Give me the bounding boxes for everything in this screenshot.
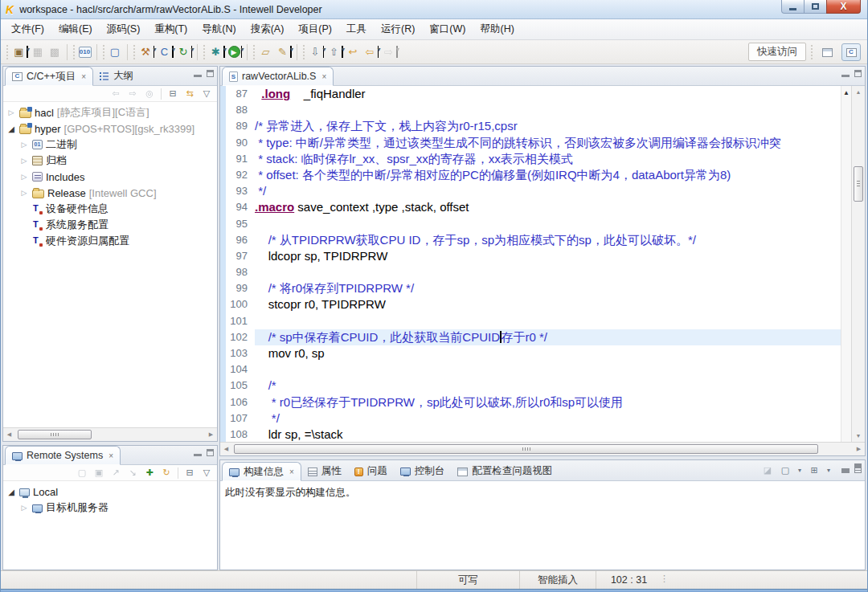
line-number[interactable]: 102 (226, 329, 255, 345)
code-text[interactable]: .long _fiqHandler (255, 86, 841, 102)
line-number[interactable]: 88 (226, 102, 255, 118)
scroll-left-icon[interactable]: ◀ (3, 428, 15, 441)
line-number[interactable]: 92 (226, 167, 255, 183)
remote-tab[interactable]: Remote Systems× (5, 446, 121, 465)
new-connection-icon[interactable]: ✚ (142, 466, 157, 480)
overview-ruler[interactable]: ▲ (841, 86, 851, 442)
scroll-down-icon[interactable]: ▼ (852, 430, 865, 442)
editor-line[interactable]: 88 (226, 102, 841, 118)
editor-line[interactable]: 96 /* 从TPIDRPRW获取CPU ID，存于sp，sp为相应模式下的sp… (226, 232, 841, 248)
minimize-button[interactable] (781, 0, 805, 14)
tree-item[interactable]: 设备硬件信息 (3, 201, 217, 217)
dropdown-caret-icon[interactable]: ▾ (378, 46, 379, 58)
line-number[interactable]: 97 (226, 248, 255, 264)
collapse-all-icon[interactable]: ⊟ (166, 87, 180, 100)
bottom-tab[interactable]: 配置检查问题视图 (451, 462, 559, 480)
line-number[interactable]: 96 (226, 232, 255, 248)
refresh-icon[interactable]: ↻ (159, 466, 174, 480)
editor-line[interactable]: 89/* 异常进入，保存上下文，栈上内容为r0-r15,cpsr (226, 118, 841, 134)
overview-annotation-icon[interactable]: ▲ (843, 89, 850, 96)
editor-line[interactable]: 98 (226, 264, 841, 280)
code-text[interactable] (255, 216, 841, 232)
tree-item[interactable]: 硬件资源归属配置 (3, 233, 217, 249)
dropdown-caret-icon[interactable]: ▾ (342, 46, 343, 58)
close-tab-icon[interactable]: × (289, 467, 294, 476)
open-perspective-button[interactable] (817, 43, 837, 61)
editor-line[interactable]: 103 mov r0, sp (226, 345, 841, 361)
new-c-file-icon[interactable]: C▾ (156, 43, 175, 61)
menu-item[interactable]: 窗口(W) (422, 20, 473, 39)
link-with-editor-icon[interactable]: ⇆ (182, 87, 197, 100)
menu-item[interactable]: 运行(R) (374, 20, 422, 39)
code-text[interactable]: * r0已经保存于TPIDRPRW，sp此处可以破坏,所以r0和sp可以使用 (255, 394, 841, 410)
code-text[interactable]: * offset: 各个类型的中断/异常相对应的PC的偏移量(例如IRQ中断为4… (255, 167, 841, 183)
code-text[interactable]: /* 异常进入，保存上下文，栈上内容为r0-r15,cpsr (255, 118, 841, 134)
maximize-view-button[interactable] (207, 70, 214, 77)
next-annotation-icon[interactable]: ⇩▾ (307, 43, 326, 61)
line-number[interactable]: 91 (226, 151, 255, 167)
menu-item[interactable]: 项目(P) (291, 20, 339, 39)
editor-line[interactable]: 102 /* sp中保存着CPUID，此处获取当前CPUID存于r0 */ (226, 329, 841, 345)
code-text[interactable]: /* sp中保存着CPUID，此处获取当前CPUID存于r0 */ (255, 329, 841, 345)
editor-tab[interactable]: rawVectorALib.S× (222, 67, 334, 86)
dropdown-caret-icon[interactable]: ▾ (396, 46, 398, 58)
editor-line[interactable]: 99 /* 将r0保存到TPIDRPRW */ (226, 280, 841, 296)
scroll-right-icon[interactable]: ▶ (205, 428, 217, 441)
editor-line[interactable]: 93 */ (226, 183, 841, 199)
scroll-right-icon[interactable]: ▶ (853, 443, 865, 455)
dropdown-caret-icon[interactable]: ▾ (241, 46, 243, 58)
previous-annotation-icon[interactable]: ⇧▾ (326, 43, 345, 61)
cpp-perspective-button[interactable] (841, 43, 861, 61)
build-all-icon[interactable]: ↻▾ (175, 43, 194, 61)
open-console-icon[interactable]: ⊞ (807, 463, 821, 477)
close-tab-icon[interactable]: × (81, 72, 86, 81)
menu-item[interactable]: 工具 (339, 20, 374, 39)
code-text[interactable]: /* (255, 378, 841, 394)
code-text[interactable]: ldcopr sp, TPIDRPRW (255, 248, 841, 264)
dropdown-caret-icon[interactable]: ▾ (191, 46, 193, 58)
twisty-icon[interactable]: ▷ (19, 189, 29, 197)
editor-line[interactable]: 106 * r0已经保存于TPIDRPRW，sp此处可以破坏,所以r0和sp可以… (226, 394, 841, 410)
binary-parser-icon[interactable]: 010 (77, 43, 93, 61)
twisty-icon[interactable]: ▷ (19, 157, 29, 165)
code-text[interactable]: /* 将r0保存到TPIDRPRW */ (255, 280, 841, 296)
explorer-horizontal-scrollbar[interactable]: ◀ ▶ (3, 427, 217, 441)
line-number[interactable]: 95 (226, 216, 255, 232)
editor-line[interactable]: 108 ldr sp, =\stack (226, 427, 841, 442)
line-number[interactable]: 105 (226, 378, 255, 394)
editor-line[interactable]: 92 * offset: 各个类型的中断/异常相对应的PC的偏移量(例如IRQ中… (226, 167, 841, 183)
view-menu-icon[interactable]: ▽ (199, 466, 214, 480)
explorer-tab[interactable]: 大纲 (93, 67, 140, 85)
line-number[interactable]: 100 (226, 296, 255, 312)
close-tab-icon[interactable]: × (108, 451, 113, 460)
twisty-icon[interactable]: ▷ (19, 173, 29, 181)
code-text[interactable]: */ (255, 410, 841, 427)
tree-item[interactable]: 系统服务配置 (3, 217, 217, 233)
last-edit-location-icon[interactable]: ↩ (345, 43, 362, 61)
line-number[interactable]: 99 (226, 280, 255, 296)
line-number[interactable]: 103 (226, 345, 255, 361)
twisty-icon[interactable]: ▷ (19, 504, 29, 512)
run-icon[interactable]: ▶▾ (227, 43, 244, 61)
dropdown-caret-icon[interactable]: ▾ (290, 46, 292, 58)
minimize-view-button[interactable] (841, 75, 850, 77)
maximize-view-button[interactable] (207, 449, 214, 456)
line-number[interactable]: 93 (226, 183, 255, 199)
scrollbar-thumb[interactable] (234, 444, 818, 454)
editor-horizontal-scrollbar[interactable]: ◀ ▶ (220, 442, 865, 455)
display-console-icon[interactable]: ▢ (778, 463, 792, 477)
menu-item[interactable]: 帮助(H) (473, 20, 521, 39)
tree-item[interactable]: ▷hacl[静态库项目][C语言] (3, 104, 217, 120)
dropdown-caret-icon[interactable]: ▾ (27, 46, 28, 58)
debug-icon[interactable]: ✱▾ (207, 43, 227, 61)
editor-line[interactable]: 104 (226, 361, 841, 378)
editor-line[interactable]: 90 * type: 中断/异常类型，通过该类型生成不同的跳转标识，否则该宏被多… (226, 135, 841, 151)
code-text[interactable]: * type: 中断/异常类型，通过该类型生成不同的跳转标识，否则该宏被多次调用… (255, 135, 841, 151)
bottom-tab[interactable]: 属性 (301, 462, 348, 480)
tree-item[interactable]: ▷二进制 (3, 137, 217, 153)
import-icon[interactable]: ▱ (257, 43, 274, 61)
editor-line[interactable]: 100 stcopr r0, TPIDRPRW (226, 296, 841, 312)
menu-item[interactable]: 文件(F) (4, 20, 51, 39)
menu-item[interactable]: 源码(S) (100, 20, 148, 39)
tree-item[interactable]: ◢hyper[GPOS+RTOS][gsk_rk3399] (3, 120, 217, 137)
